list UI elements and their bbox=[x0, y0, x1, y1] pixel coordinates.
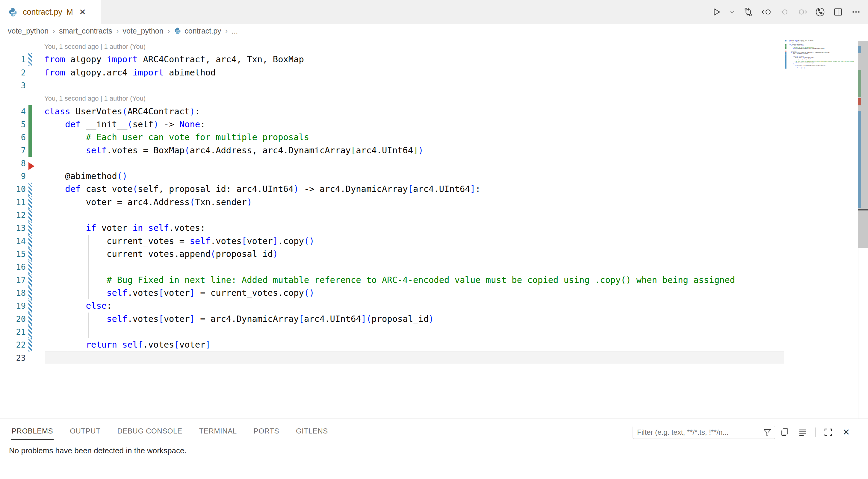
overview-modified-mark bbox=[858, 46, 861, 53]
code-line[interactable]: 8 bbox=[0, 157, 868, 170]
breadcrumb-item[interactable]: vote_python bbox=[123, 27, 163, 35]
line-number[interactable]: 8 bbox=[0, 157, 26, 170]
line-number[interactable]: 11 bbox=[0, 196, 26, 209]
open-changes-with-previous-icon[interactable] bbox=[761, 7, 772, 18]
panel-tabs: PROBLEMSOUTPUTDEBUG CONSOLETERMINALPORTS… bbox=[11, 425, 329, 440]
run-dropdown-chevron-icon[interactable] bbox=[729, 7, 736, 18]
list-icon[interactable] bbox=[797, 427, 808, 438]
run-button[interactable] bbox=[711, 7, 722, 18]
code-line[interactable]: 21 bbox=[0, 325, 868, 338]
code-editor[interactable]: You, 1 second ago | 1 author (You)1from … bbox=[0, 37, 868, 418]
indent-guide bbox=[88, 260, 89, 273]
tab-label[interactable]: contract.py bbox=[23, 7, 62, 17]
indent-guide bbox=[68, 325, 68, 338]
code-line[interactable]: 13 if voter in self.votes: bbox=[0, 222, 868, 234]
breadcrumb-item[interactable]: smart_contracts bbox=[59, 27, 112, 35]
line-number[interactable]: 21 bbox=[0, 325, 26, 338]
modified-badge: M bbox=[66, 7, 73, 17]
code-line[interactable]: 16 bbox=[0, 260, 868, 273]
panel-tab-gitlens[interactable]: GITLENS bbox=[295, 425, 329, 440]
panel-tab-debug-console[interactable]: DEBUG CONSOLE bbox=[117, 425, 183, 440]
filter-input[interactable] bbox=[633, 428, 763, 437]
line-number[interactable]: 3 bbox=[0, 79, 26, 92]
line-number[interactable]: 4 bbox=[0, 105, 26, 118]
filter-funnel-icon[interactable] bbox=[763, 428, 772, 437]
code-line[interactable]: 19 else: bbox=[0, 299, 868, 312]
gitlens-annotation[interactable]: You, 1 second ago | 1 author (You) bbox=[0, 40, 868, 53]
code-line[interactable]: 6 # Each user can vote for multiple prop… bbox=[0, 131, 868, 144]
code-line[interactable]: 9 @abimethod() bbox=[0, 170, 868, 183]
code-line[interactable]: 23 bbox=[0, 351, 868, 364]
line-number[interactable]: 1 bbox=[0, 53, 26, 66]
line-number[interactable]: 7 bbox=[0, 144, 26, 157]
indent-guide bbox=[88, 325, 89, 338]
code-line[interactable]: 17 # Bug Fixed in next line: Added mutab… bbox=[0, 274, 868, 287]
close-panel-icon[interactable]: ✕ bbox=[841, 427, 851, 438]
code-line[interactable]: 2from algopy.arc4 import abimethod bbox=[0, 66, 868, 79]
code-line[interactable]: 15 current_votes.append(proposal_id) bbox=[0, 248, 868, 260]
previous-change-icon[interactable] bbox=[779, 7, 789, 18]
overview-cursor-mark bbox=[858, 209, 868, 211]
editor-actions bbox=[711, 0, 861, 24]
commit-graph-icon[interactable] bbox=[815, 7, 826, 18]
compare-changes-icon[interactable] bbox=[743, 7, 753, 18]
minimap[interactable]: 1from algopy import ARC4Contract, arc4, … bbox=[785, 40, 858, 118]
line-number[interactable]: 12 bbox=[0, 209, 26, 222]
next-change-icon[interactable] bbox=[797, 7, 807, 18]
line-number[interactable]: 16 bbox=[0, 260, 26, 273]
tab-contract-py[interactable]: contract.py M ✕ bbox=[0, 0, 101, 24]
line-number[interactable]: 22 bbox=[0, 338, 26, 351]
code-line[interactable]: 14 current_votes = self.votes[voter].cop… bbox=[0, 235, 868, 248]
line-number[interactable]: 18 bbox=[0, 287, 26, 299]
code-line[interactable]: 22 return self.votes[voter] bbox=[0, 338, 868, 351]
code-line[interactable]: 4class UserVotes(ARC4Contract): bbox=[0, 105, 868, 118]
panel-tab-output[interactable]: OUTPUT bbox=[69, 425, 101, 440]
git-gutter-modified-indicator bbox=[28, 260, 32, 273]
code-line[interactable]: 20 self.votes[voter] = arc4.DynamicArray… bbox=[0, 313, 868, 325]
line-number[interactable]: 13 bbox=[0, 222, 26, 234]
overview-modified-mark bbox=[858, 111, 861, 208]
breadcrumb-item[interactable]: ... bbox=[231, 27, 238, 35]
breadcrumb-item[interactable]: contract.py bbox=[185, 27, 221, 35]
code-line[interactable]: 18 self.votes[voter] = current_votes.cop… bbox=[0, 287, 868, 299]
code-line[interactable]: 10 def cast_vote(self, proposal_id: arc4… bbox=[0, 183, 868, 195]
git-gutter-modified-indicator bbox=[28, 53, 32, 66]
line-number[interactable]: 20 bbox=[0, 313, 26, 325]
close-tab-icon[interactable]: ✕ bbox=[79, 7, 86, 17]
code-line[interactable]: 12 bbox=[0, 209, 868, 222]
tab-bar: contract.py M ✕ bbox=[0, 0, 868, 24]
gitlens-annotation-text[interactable]: You, 1 second ago | 1 author (You) bbox=[44, 40, 146, 53]
gitlens-annotation[interactable]: You, 1 second ago | 1 author (You) bbox=[0, 92, 868, 105]
git-gutter-deleted-indicator bbox=[785, 51, 786, 52]
git-gutter-added-indicator bbox=[28, 131, 32, 144]
more-actions-icon[interactable] bbox=[850, 7, 861, 18]
chevron-right-icon: › bbox=[225, 26, 228, 36]
code-line[interactable]: 3 bbox=[0, 79, 868, 92]
line-number[interactable]: 17 bbox=[0, 274, 26, 287]
panel-tab-ports[interactable]: PORTS bbox=[253, 425, 280, 440]
line-number[interactable]: 14 bbox=[0, 235, 26, 248]
panel-tab-problems[interactable]: PROBLEMS bbox=[11, 425, 54, 440]
line-number[interactable]: 6 bbox=[0, 131, 26, 144]
code-line[interactable]: 23 bbox=[785, 69, 858, 70]
line-number[interactable]: 23 bbox=[0, 351, 26, 364]
panel-tab-terminal[interactable]: TERMINAL bbox=[198, 425, 238, 440]
code-line[interactable]: 5 def __init__(self) -> None: bbox=[0, 118, 868, 131]
breadcrumb: vote_python›smart_contracts›vote_python›… bbox=[0, 24, 868, 37]
line-number[interactable]: 9 bbox=[0, 170, 26, 183]
duplicate-icon[interactable] bbox=[779, 427, 790, 438]
line-number[interactable]: 19 bbox=[0, 299, 26, 312]
gitlens-annotation-text[interactable]: You, 1 second ago | 1 author (You) bbox=[44, 92, 146, 105]
line-number[interactable]: 2 bbox=[0, 66, 26, 79]
code-line[interactable]: 1from algopy import ARC4Contract, arc4, … bbox=[0, 53, 868, 66]
code-line[interactable]: 11 voter = arc4.Address(Txn.sender) bbox=[0, 196, 868, 209]
line-number[interactable]: 15 bbox=[0, 248, 26, 260]
code-line[interactable]: 7 self.votes = BoxMap(arc4.Address, arc4… bbox=[0, 144, 868, 157]
maximize-panel-icon[interactable] bbox=[823, 427, 834, 438]
breadcrumb-item[interactable]: vote_python bbox=[8, 27, 49, 35]
line-number[interactable]: 10 bbox=[0, 183, 26, 195]
split-editor-icon[interactable] bbox=[833, 7, 843, 18]
scrollbar[interactable] bbox=[858, 41, 868, 248]
line-number[interactable]: 5 bbox=[0, 118, 26, 131]
git-gutter-deleted-indicator bbox=[28, 162, 34, 170]
